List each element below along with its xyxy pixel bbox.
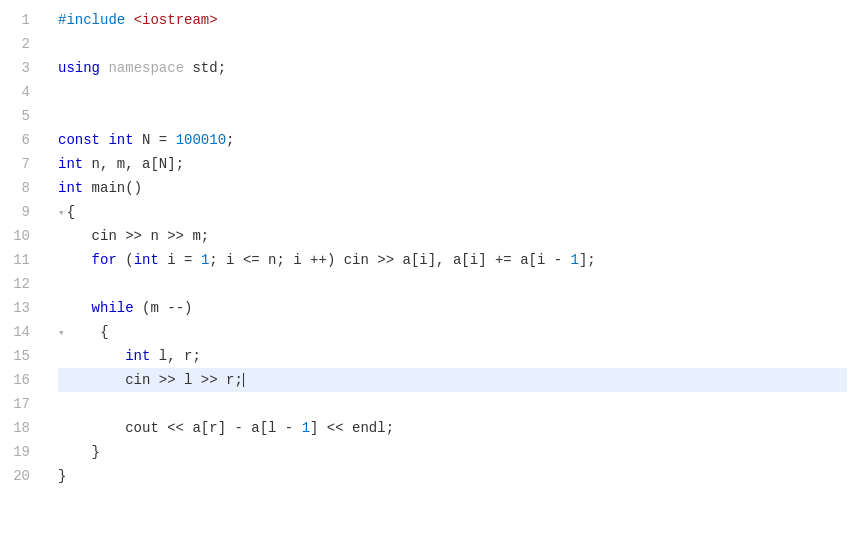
code-line-12 — [58, 272, 847, 296]
line-number-2: 2 — [8, 32, 30, 56]
line-number-7: 7 — [8, 152, 30, 176]
line-number-11: 11 — [8, 248, 30, 272]
line-number-4: 4 — [8, 80, 30, 104]
code-line-16: cin >> l >> r; — [58, 368, 847, 392]
line-number-9: 9 — [8, 200, 30, 224]
code-line-13: while (m --) — [58, 296, 847, 320]
code-line-15: int l, r; — [58, 344, 847, 368]
code-line-5 — [58, 104, 847, 128]
code-line-11: for (int i = 1; i <= n; i ++) cin >> a[i… — [58, 248, 847, 272]
line-number-8: 8 — [8, 176, 30, 200]
code-line-7: int n, m, a[N]; — [58, 152, 847, 176]
code-line-6: const int N = 100010; — [58, 128, 847, 152]
code-line-1: #include <iostream> — [58, 8, 847, 32]
line-number-15: 15 — [8, 344, 30, 368]
code-line-8: int main() — [58, 176, 847, 200]
line-number-13: 13 — [8, 296, 30, 320]
line-number-3: 3 — [8, 56, 30, 80]
code-area: 1234567891011121314151617181920 #include… — [0, 0, 863, 548]
line-number-6: 6 — [8, 128, 30, 152]
line-number-17: 17 — [8, 392, 30, 416]
code-line-17 — [58, 392, 847, 416]
fold-indicator-14[interactable]: ▾ — [58, 327, 65, 339]
text-cursor — [243, 373, 244, 387]
code-lines[interactable]: #include <iostream>using namespace std;c… — [42, 8, 863, 540]
code-line-10: cin >> n >> m; — [58, 224, 847, 248]
line-number-18: 18 — [8, 416, 30, 440]
line-number-5: 5 — [8, 104, 30, 128]
line-number-14: 14 — [8, 320, 30, 344]
code-line-20: } — [58, 464, 847, 488]
line-number-10: 10 — [8, 224, 30, 248]
line-number-1: 1 — [8, 8, 30, 32]
code-editor[interactable]: 1234567891011121314151617181920 #include… — [0, 0, 863, 548]
code-line-14: ▾ { — [58, 320, 847, 344]
code-line-18: cout << a[r] - a[l - 1] << endl; — [58, 416, 847, 440]
code-line-9: ▾{ — [58, 200, 847, 224]
line-number-20: 20 — [8, 464, 30, 488]
code-line-2 — [58, 32, 847, 56]
code-line-19: } — [58, 440, 847, 464]
line-numbers: 1234567891011121314151617181920 — [0, 8, 42, 540]
fold-indicator-9[interactable]: ▾ — [58, 207, 65, 219]
line-number-12: 12 — [8, 272, 30, 296]
line-number-16: 16 — [8, 368, 30, 392]
code-line-4 — [58, 80, 847, 104]
code-line-3: using namespace std; — [58, 56, 847, 80]
line-number-19: 19 — [8, 440, 30, 464]
